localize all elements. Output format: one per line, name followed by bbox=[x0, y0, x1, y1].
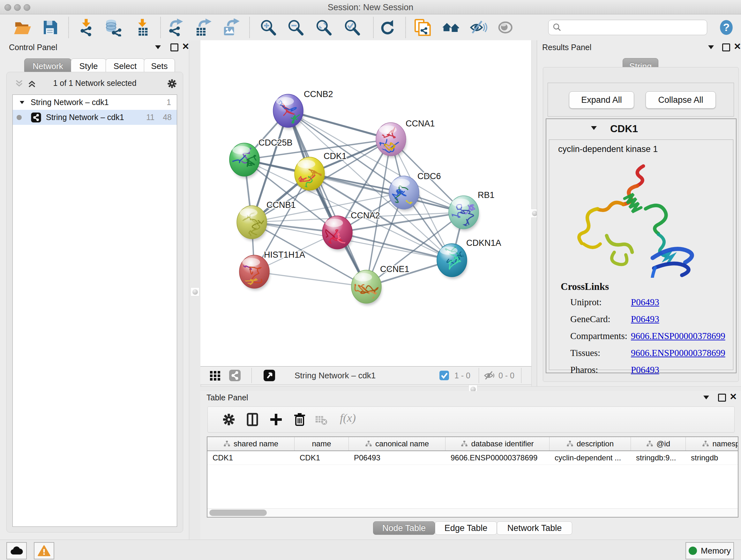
network-options-gear-icon[interactable] bbox=[166, 78, 178, 89]
collection-expand-icon[interactable] bbox=[20, 101, 24, 104]
crosslink-value-link[interactable]: P06493 bbox=[631, 297, 659, 307]
hide-unhide-icon[interactable] bbox=[469, 18, 487, 37]
gene-card-collapse-icon[interactable] bbox=[591, 126, 597, 130]
network-view-mode-icon[interactable] bbox=[228, 369, 241, 382]
results-panel-close-icon[interactable]: ✕ bbox=[734, 44, 741, 50]
cloud-icon bbox=[10, 546, 23, 556]
gene-card-body: cyclin-dependent kinase 1 CrossLinks Uni… bbox=[549, 139, 733, 370]
network-row[interactable]: String Network – cdk1 11 48 bbox=[13, 110, 177, 125]
scrollbar-thumb[interactable] bbox=[209, 509, 267, 516]
node-label-ccnb2[interactable]: CCNB2 bbox=[304, 89, 333, 99]
expand-all-button[interactable]: Expand All bbox=[569, 91, 634, 109]
table-cell[interactable]: stringdb bbox=[686, 451, 738, 464]
node-label-cdc6[interactable]: CDC6 bbox=[417, 172, 441, 181]
import-network-from-database-icon[interactable] bbox=[104, 18, 122, 37]
left-splitter[interactable] bbox=[189, 40, 201, 540]
left-splitter-handle[interactable] bbox=[191, 287, 199, 296]
hidden-eye-slash-icon[interactable] bbox=[484, 370, 495, 381]
search-icon bbox=[552, 23, 561, 32]
collection-count: 1 bbox=[166, 98, 171, 107]
column-header-shared-name[interactable]: shared name bbox=[207, 437, 294, 450]
node-label-ccne1[interactable]: CCNE1 bbox=[380, 264, 409, 274]
tab-node-table[interactable]: Node Table bbox=[373, 521, 435, 535]
warning-icon bbox=[38, 545, 51, 557]
copy-network-icon[interactable] bbox=[413, 18, 431, 37]
table-cell[interactable]: CDK1 bbox=[207, 451, 294, 464]
table-panel-close-icon[interactable]: ✕ bbox=[730, 394, 737, 400]
crosslink-value-link[interactable]: 9606.ENSP00000378699 bbox=[631, 331, 725, 341]
export-image-icon[interactable] bbox=[222, 18, 240, 37]
column-header-description[interactable]: description bbox=[549, 437, 631, 450]
table-options-gear-icon[interactable] bbox=[221, 412, 237, 427]
create-column-plus-icon[interactable] bbox=[268, 412, 284, 427]
node-label-ccna2[interactable]: CCNA2 bbox=[351, 211, 380, 220]
separator bbox=[521, 368, 522, 383]
delete-column-trash-icon[interactable] bbox=[292, 412, 307, 427]
node-label-cdc25b[interactable]: CDC25B bbox=[259, 138, 293, 147]
warnings-button[interactable] bbox=[34, 542, 54, 559]
control-panel-close-icon[interactable]: ✕ bbox=[182, 44, 189, 50]
zoom-selected-icon[interactable] bbox=[343, 18, 361, 37]
zoom-out-icon[interactable] bbox=[286, 18, 305, 37]
table-cell[interactable]: 9606.ENSP00000378699 bbox=[446, 451, 549, 464]
node-label-hist1h1a[interactable]: HIST1H1A bbox=[264, 250, 305, 260]
node-label-cdk1[interactable]: CDK1 bbox=[324, 151, 347, 161]
protein-structure-image bbox=[575, 160, 709, 278]
table-row[interactable]: CDK1CDK1P064939606.ENSP00000378699cyclin… bbox=[207, 451, 738, 465]
results-panel-float-icon[interactable] bbox=[722, 44, 730, 51]
table-cell[interactable]: stringdb:9... bbox=[631, 451, 686, 464]
table-panel-menu-icon[interactable] bbox=[703, 395, 709, 399]
network-canvas[interactable]: CCNB2CCNA1CDC25BCDK1CDC6RB1CCNB1CCNA2CDK… bbox=[200, 40, 531, 366]
column-header-canonical-name[interactable]: canonical name bbox=[349, 437, 446, 450]
import-network-icon[interactable] bbox=[77, 18, 95, 37]
show-columns-icon[interactable] bbox=[245, 412, 260, 427]
gene-card-header[interactable]: CDK1 bbox=[546, 119, 736, 139]
crosslink-value-link[interactable]: P06493 bbox=[631, 365, 659, 375]
main-toolbar: ? bbox=[0, 14, 741, 41]
zoom-in-icon[interactable] bbox=[259, 18, 277, 37]
zoom-fit-icon[interactable] bbox=[315, 18, 333, 37]
network-graph[interactable]: CCNB2CCNA1CDC25BCDK1CDC6RB1CCNB1CCNA2CDK… bbox=[200, 40, 531, 366]
open-session-icon[interactable] bbox=[13, 18, 31, 37]
birdseye-view-icon[interactable] bbox=[263, 369, 276, 382]
toolbar-separator bbox=[249, 17, 250, 38]
control-panel-menu-icon[interactable] bbox=[155, 45, 161, 49]
crosslink-value-link[interactable]: 9606.ENSP00000378699 bbox=[631, 348, 725, 358]
refresh-layout-icon[interactable] bbox=[378, 18, 396, 37]
node-label-ccna1[interactable]: CCNA1 bbox=[406, 119, 435, 128]
search-input[interactable] bbox=[564, 23, 707, 32]
crosslinks-title: CrossLinks bbox=[561, 281, 609, 293]
import-table-icon[interactable] bbox=[133, 18, 151, 37]
results-panel-menu-icon[interactable] bbox=[708, 45, 714, 49]
crosslink-label: GeneCard: bbox=[570, 314, 631, 324]
tab-network-table[interactable]: Network Table bbox=[497, 521, 572, 535]
nested-networks-icon[interactable] bbox=[442, 18, 460, 37]
help-icon[interactable]: ? bbox=[718, 18, 735, 37]
table-cell[interactable]: P06493 bbox=[349, 451, 446, 464]
table-cell[interactable]: cyclin-dependent ... bbox=[549, 451, 631, 464]
control-panel-float-icon[interactable] bbox=[171, 44, 179, 51]
memory-button[interactable]: Memory bbox=[685, 542, 734, 559]
crosslink-value-link[interactable]: P06493 bbox=[631, 314, 659, 324]
node-label-ccnb1[interactable]: CCNB1 bbox=[266, 200, 296, 210]
column-header-database-identifier[interactable]: database identifier bbox=[446, 437, 549, 450]
selected-checkbox-icon[interactable] bbox=[439, 370, 449, 381]
selected-count: 1 - 0 bbox=[455, 371, 470, 380]
column-header--id[interactable]: @id bbox=[631, 437, 686, 450]
export-table-icon[interactable] bbox=[194, 18, 212, 37]
node-label-rb1[interactable]: RB1 bbox=[478, 190, 495, 200]
table-horizontal-scrollbar[interactable] bbox=[207, 508, 738, 517]
network-edge-count: 48 bbox=[163, 113, 172, 122]
table-cell[interactable]: CDK1 bbox=[294, 451, 349, 464]
node-label-cdkn1a[interactable]: CDKN1A bbox=[466, 238, 501, 248]
table-panel-float-icon[interactable] bbox=[718, 394, 726, 401]
column-header-namespace[interactable]: namespace bbox=[686, 437, 738, 450]
grid-view-icon[interactable] bbox=[209, 369, 221, 382]
column-header-name[interactable]: name bbox=[294, 437, 349, 450]
collapse-all-button[interactable]: Collapse All bbox=[646, 91, 716, 109]
save-session-icon[interactable] bbox=[42, 18, 59, 37]
export-network-icon[interactable] bbox=[166, 18, 185, 37]
cloud-status-button[interactable] bbox=[6, 542, 27, 559]
tab-edge-table[interactable]: Edge Table bbox=[435, 521, 497, 535]
network-collection-row[interactable]: String Network – cdk1 1 bbox=[13, 95, 177, 110]
